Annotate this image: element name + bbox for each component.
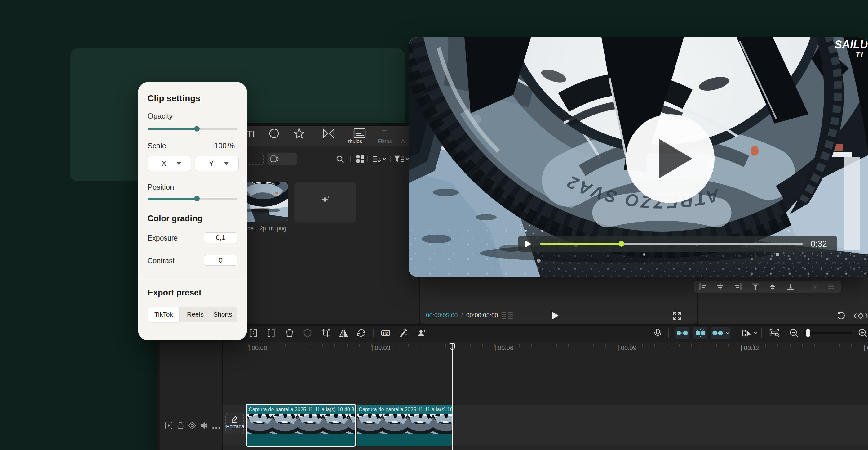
svg-text:HD: HD xyxy=(383,332,388,335)
